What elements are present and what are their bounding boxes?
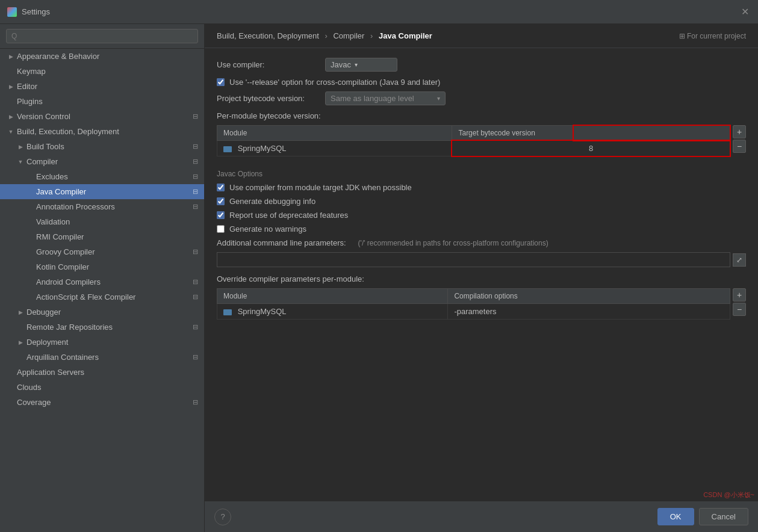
project-bytecode-value: Same as language level — [331, 94, 414, 103]
javac-checkbox-label-0: Use compiler from module target JDK when… — [229, 183, 412, 192]
sidebar-item-18[interactable]: Remote Jar Repositories ⊟ — [0, 320, 204, 335]
sidebar-arrow-23 — [7, 399, 14, 406]
module-icon — [223, 146, 232, 152]
sidebar-item-4[interactable]: ▶ Version Control ⊟ — [0, 109, 204, 124]
override-module-name-1: SpringMySQL — [238, 307, 287, 316]
sidebar-copy-icon-16: ⊟ — [191, 293, 199, 302]
javac-checkbox-3[interactable] — [217, 225, 225, 233]
remove-module-button[interactable]: − — [733, 140, 746, 153]
expand-input-button[interactable]: ⤢ — [733, 253, 746, 267]
sidebar-item-14[interactable]: Kotlin Compiler — [0, 259, 204, 274]
additional-cmd-hint: ('/' recommended in paths for cross-plat… — [358, 239, 548, 247]
sidebar-item-2[interactable]: ▶ Editor — [0, 79, 204, 94]
sidebar-arrow-19: ▶ — [17, 339, 24, 346]
search-input[interactable] — [6, 29, 198, 43]
per-module-table-area: Module Target bytecode version — [217, 125, 746, 161]
sidebar-arrow-5: ▼ — [7, 128, 14, 135]
javac-checkbox-1[interactable] — [217, 197, 225, 205]
sidebar-item-13[interactable]: Groovy Compiler ⊟ — [0, 244, 204, 259]
javac-checkbox-0[interactable] — [217, 184, 225, 191]
use-compiler-dropdown[interactable]: Javac ▾ — [325, 58, 397, 72]
module-name-1: SpringMySQL — [238, 144, 287, 153]
sidebar-label-19: Deployment — [26, 338, 68, 347]
sidebar-label-0: Appearance & Behavior — [17, 52, 99, 61]
override-module-col-header: Module — [217, 289, 448, 304]
sidebar-arrow-12 — [26, 234, 34, 241]
override-table-controls: + − — [733, 288, 746, 317]
cross-compile-row: Use '--release' option for cross-compila… — [217, 78, 746, 87]
window-title: Settings — [22, 7, 739, 16]
sidebar-arrow-2: ▶ — [7, 83, 14, 90]
sidebar-copy-icon-7: ⊟ — [191, 158, 199, 166]
sidebar-item-20[interactable]: Arquillian Containers ⊟ — [0, 350, 204, 365]
project-bytecode-label: Project bytecode version: — [217, 94, 325, 103]
sidebar-item-5[interactable]: ▼ Build, Execution, Deployment — [0, 124, 204, 139]
breadcrumb-sep2: › — [370, 31, 373, 40]
remove-override-button[interactable]: − — [733, 303, 746, 316]
sidebar-item-0[interactable]: ▶ Appearance & Behavior — [0, 49, 204, 64]
add-override-button[interactable]: + — [733, 288, 746, 302]
close-button[interactable]: ✕ — [739, 6, 751, 18]
sidebar-copy-icon-23: ⊟ — [191, 398, 199, 407]
javac-check-row-1: Generate debugging info — [217, 197, 746, 206]
sidebar-label-1: Keymap — [17, 67, 46, 76]
sidebar-arrow-1 — [7, 68, 14, 75]
sidebar: ▶ Appearance & Behavior Keymap ▶ Editor … — [0, 24, 205, 532]
sidebar-item-17[interactable]: ▶ Debugger — [0, 305, 204, 320]
sidebar-item-15[interactable]: Android Compilers ⊟ — [0, 274, 204, 289]
target-version-cell-1: 8 — [452, 141, 730, 156]
sidebar-arrow-20 — [17, 354, 24, 361]
sidebar-copy-icon-8: ⊟ — [191, 173, 199, 181]
main-layout: ▶ Appearance & Behavior Keymap ▶ Editor … — [0, 24, 758, 532]
ok-button[interactable]: OK — [657, 508, 694, 525]
sidebar-copy-icon-10: ⊟ — [191, 203, 199, 211]
sidebar-item-22[interactable]: Clouds — [0, 380, 204, 395]
javac-check-row-2: Report use of deprecated features — [217, 211, 746, 220]
sidebar-item-1[interactable]: Keymap — [0, 64, 204, 79]
sidebar-arrow-13 — [26, 249, 34, 256]
sidebar-arrow-11 — [26, 218, 34, 226]
javac-checkbox-2[interactable] — [217, 211, 225, 219]
sidebar-item-10[interactable]: Annotation Processors ⊟ — [0, 199, 204, 214]
additional-cmd-input[interactable] — [217, 252, 730, 267]
javac-check-row-0: Use compiler from module target JDK when… — [217, 183, 746, 192]
sidebar-item-19[interactable]: ▶ Deployment — [0, 335, 204, 350]
cancel-button[interactable]: Cancel — [699, 508, 748, 525]
project-bytecode-row: Project bytecode version: Same as langua… — [217, 91, 746, 105]
sidebar-arrow-4: ▶ — [7, 113, 14, 120]
sidebar-label-11: Validation — [36, 217, 70, 226]
sidebar-copy-icon-9: ⊟ — [191, 188, 199, 196]
cross-compile-checkbox[interactable] — [217, 78, 225, 86]
sidebar-item-21[interactable]: Application Servers — [0, 365, 204, 380]
sidebar-item-6[interactable]: ▶ Build Tools ⊟ — [0, 139, 204, 154]
sidebar-item-12[interactable]: RMI Compiler — [0, 229, 204, 244]
sidebar-arrow-22 — [7, 384, 14, 391]
title-bar: Settings ✕ — [0, 0, 758, 24]
sidebar-label-2: Editor — [17, 82, 37, 91]
sidebar-search-area — [0, 24, 204, 49]
sidebar-label-8: Excludes — [36, 172, 68, 181]
sidebar-item-23[interactable]: Coverage ⊟ — [0, 395, 204, 410]
project-bytecode-dropdown[interactable]: Same as language level ▾ — [325, 91, 446, 105]
sidebar-copy-icon-6: ⊟ — [191, 143, 199, 151]
sidebar-label-22: Clouds — [17, 383, 41, 392]
sidebar-item-8[interactable]: Excludes ⊟ — [0, 169, 204, 184]
sidebar-item-11[interactable]: Validation — [0, 214, 204, 229]
breadcrumb-part1: Build, Execution, Deployment — [217, 31, 319, 40]
sidebar-item-9[interactable]: Java Compiler ⊟ — [0, 184, 204, 199]
sidebar-arrow-18 — [17, 324, 24, 331]
javac-checkbox-label-3: Generate no warnings — [229, 224, 306, 234]
sidebar-copy-icon-4: ⊟ — [191, 113, 199, 121]
help-button[interactable]: ? — [214, 509, 231, 525]
sidebar-label-23: Coverage — [17, 398, 51, 407]
sidebar-label-13: Groovy Compiler — [36, 247, 95, 256]
add-module-button[interactable]: + — [733, 125, 746, 138]
params-input-row: ⤢ — [217, 252, 746, 267]
sidebar-item-3[interactable]: Plugins — [0, 94, 204, 109]
sidebar-item-7[interactable]: ▼ Compiler ⊟ — [0, 154, 204, 169]
sidebar-label-10: Annotation Processors — [36, 202, 115, 211]
cross-compile-label: Use '--release' option for cross-compila… — [229, 78, 440, 87]
override-module-icon — [223, 309, 232, 315]
target-col-header: Target bytecode version — [458, 129, 535, 137]
sidebar-item-16[interactable]: ActionScript & Flex Compiler ⊟ — [0, 289, 204, 305]
